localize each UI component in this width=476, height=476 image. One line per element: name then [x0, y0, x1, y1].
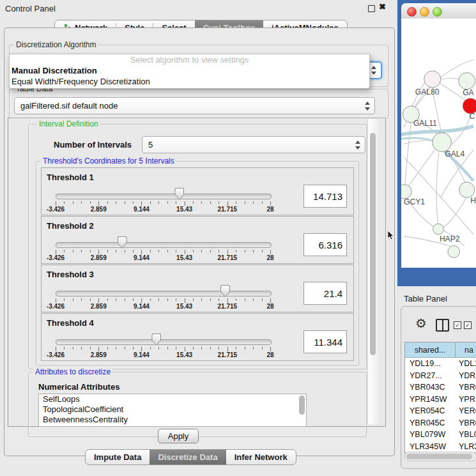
gear-icon[interactable]: ⚙ [415, 316, 427, 331]
slider-tick [253, 298, 254, 301]
slider-tick-label: 28 [254, 206, 286, 213]
node-label: H [470, 196, 476, 205]
slider-tick [141, 347, 142, 351]
close-traffic-light-icon[interactable] [407, 7, 417, 17]
attributes-group-title: Attributes to discretize [33, 368, 112, 376]
list-item[interactable]: BetweennessCentrality [39, 415, 306, 425]
network-node[interactable] [424, 71, 441, 88]
slider-track[interactable] [56, 291, 272, 296]
table-row[interactable]: YLR345WYLR3 [405, 441, 476, 453]
float-window-icon[interactable] [368, 5, 375, 12]
number-of-intervals-combobox[interactable]: 5 [142, 136, 365, 153]
slider-tick [133, 250, 134, 252]
list-item[interactable]: SelfLoops [39, 394, 306, 404]
slider-tick [262, 201, 263, 204]
select-all-checkbox-icon[interactable]: ✓ [454, 321, 461, 329]
node-label: GA [463, 88, 474, 97]
table-row[interactable]: YBR045CYBR0 [405, 417, 476, 429]
horizontal-scrollbar[interactable] [404, 452, 476, 461]
slider-tick [167, 298, 168, 301]
zoom-traffic-light-icon[interactable] [433, 7, 442, 17]
slider-tick [236, 347, 236, 349]
scrollbar-thumb[interactable] [370, 133, 376, 355]
table-cell: YBR045C [405, 418, 455, 427]
table-row[interactable]: YDR27...YDR2 [405, 370, 476, 382]
slider-tick [245, 201, 245, 204]
threshold-value-field[interactable]: 14.713 [303, 185, 347, 208]
tab-impute-data[interactable]: Impute Data [86, 450, 150, 464]
slider-tick [56, 201, 56, 206]
table-row[interactable]: YER054CYER0 [405, 405, 476, 417]
table-row[interactable]: YPR145WYPR1 [405, 394, 476, 406]
dropdown-hint-item[interactable]: Select algorithm to view settings [10, 54, 369, 65]
threshold-panel: Threshold 1-3.4262.8599.14415.4321.71528… [41, 167, 354, 215]
slider-tick [141, 250, 142, 254]
network-node[interactable] [463, 98, 476, 114]
tab-infer-network[interactable]: Infer Network [226, 450, 296, 464]
table-row[interactable]: YDL19...YDL1 [405, 358, 476, 370]
table-row[interactable]: YBR043CYBR0 [405, 381, 476, 394]
column-header[interactable]: na [456, 342, 476, 357]
network-node[interactable] [459, 73, 475, 89]
column-header[interactable]: shared... [405, 342, 456, 357]
slider-track[interactable] [56, 242, 272, 248]
slider-tick [227, 347, 228, 351]
columns-icon[interactable] [436, 319, 449, 332]
slider-tick [64, 347, 65, 349]
network-node[interactable] [401, 185, 411, 199]
network-edge[interactable] [436, 152, 439, 224]
tab-discretize-data[interactable]: Discretize Data [150, 450, 226, 464]
slider-tick [133, 201, 134, 204]
vertical-scrollbar[interactable] [367, 119, 378, 424]
slider-tick-label: 2.859 [82, 351, 114, 358]
network-node[interactable] [459, 182, 475, 197]
slider-tick [81, 347, 82, 349]
slider-tick [219, 250, 219, 252]
slider-tick [116, 250, 116, 252]
threshold-panel: Threshold 3-3.4262.8599.14415.4321.71528… [41, 265, 354, 312]
slider-tick [227, 201, 228, 206]
slider-tick [219, 298, 219, 301]
slider-tick [210, 201, 211, 204]
threshold-value-field[interactable]: 21.4 [303, 282, 347, 305]
slider-tick [64, 298, 65, 301]
network-edge[interactable] [443, 197, 466, 227]
slider-track[interactable] [56, 194, 272, 199]
numerical-attributes-list[interactable]: SelfLoopsTopologicalCoefficientBetweenne… [38, 394, 307, 427]
slider-tick [98, 347, 99, 351]
network-node[interactable] [433, 224, 444, 234]
dropdown-option[interactable]: Equal Width/Frequency Discretization [10, 76, 369, 87]
threshold-label: Threshold 2 [47, 221, 94, 231]
slider-tick-label: 21.715 [211, 303, 243, 310]
table-data-value: galFiltered.sif default node [20, 98, 360, 114]
slider-tick [176, 201, 176, 204]
node-label: GAL80 [415, 88, 440, 96]
select-all-checkbox-icon[interactable]: ✓ [464, 321, 472, 329]
slider-tick [56, 298, 56, 303]
dropdown-option[interactable]: Manual Discretization [10, 65, 369, 76]
screen: Control Panel ✖ NetworkStyleSelectCyni T… [0, 0, 476, 476]
network-window-titlebar[interactable] [401, 3, 476, 19]
network-edge[interactable] [408, 150, 435, 188]
table-cell: YPR145W [405, 395, 455, 404]
table-row[interactable]: YBL079WYBL0 [405, 429, 476, 441]
slider-tick-label: 15.43 [169, 206, 201, 213]
scrollbar-thumb[interactable] [406, 454, 472, 459]
slider-tick [253, 250, 254, 252]
threshold-value-field[interactable]: 6.316 [303, 233, 347, 256]
table-data-combobox[interactable]: galFiltered.sif default node [14, 97, 375, 114]
apply-button[interactable]: Apply [158, 429, 199, 443]
slider-tick [245, 250, 245, 252]
network-canvas[interactable]: GAL80GACGAL11GAL4GCY1HHAP2 [401, 19, 476, 268]
threshold-value-field[interactable]: 11.344 [303, 330, 347, 353]
list-item[interactable]: TopologicalCoefficient [39, 404, 306, 415]
list-scrollbar[interactable] [299, 395, 305, 415]
network-node[interactable] [448, 246, 460, 258]
slider-track[interactable] [56, 339, 272, 345]
slider-tick [81, 201, 82, 204]
slider-tick [125, 250, 125, 252]
tab-label: Impute Data [94, 452, 141, 462]
close-icon[interactable]: ✖ [379, 2, 386, 12]
slider-tick [107, 347, 108, 349]
minimize-traffic-light-icon[interactable] [420, 7, 429, 17]
